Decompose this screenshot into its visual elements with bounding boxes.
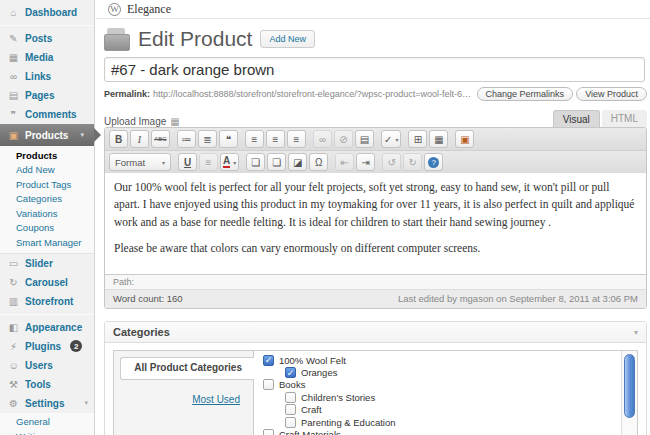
strikethrough-button[interactable]: ABC: [151, 130, 170, 148]
italic-button[interactable]: I: [130, 130, 149, 148]
format-select[interactable]: Format▾: [109, 153, 171, 171]
category-label: Parenting & Education: [301, 417, 396, 428]
sidebar-item-slider[interactable]: ▭ Slider: [0, 254, 94, 273]
sidebar-item-links[interactable]: ∞ Links: [0, 67, 94, 86]
category-checkbox[interactable]: [285, 417, 296, 428]
comment-icon: ❞: [7, 109, 20, 120]
content-editor: B I ABC ≔ ≣ ❝ ≡ ≡ ≡ ∞ ⊘ ▤ ✓▾ ⊞ ▦ ▣ Forma…: [104, 127, 647, 309]
add-new-button[interactable]: Add New: [260, 30, 315, 48]
sidebar-item-label: Plugins: [25, 341, 61, 352]
wordpress-logo-icon[interactable]: W: [108, 3, 121, 16]
remove-link-button[interactable]: ⊘: [334, 130, 353, 148]
blockquote-button[interactable]: ❝: [219, 130, 238, 148]
special-character-button[interactable]: Ω: [309, 153, 328, 171]
submenu-item-products[interactable]: Products: [0, 148, 94, 163]
editor-toolbar-row-1: B I ABC ≔ ≣ ❝ ≡ ≡ ≡ ∞ ⊘ ▤ ✓▾ ⊞ ▦ ▣: [105, 128, 646, 151]
media-buttons-row: Upload Image ▦ Visual HTML: [104, 110, 647, 127]
editor-path-bar: Path:: [105, 274, 646, 289]
category-panel: All Product Categories Most Used 100% Wo…: [113, 350, 638, 435]
sidebar-item-comments[interactable]: ❞ Comments: [0, 105, 94, 124]
sidebar-item-media[interactable]: ▦ Media: [0, 48, 94, 67]
sidebar-item-products[interactable]: ▣ Products: [0, 124, 94, 146]
ordered-list-button[interactable]: ≣: [198, 130, 217, 148]
category-checkbox[interactable]: [263, 429, 274, 435]
cart-icon: ▣: [7, 130, 20, 141]
chevron-down-icon: ▾: [395, 136, 398, 143]
bold-button[interactable]: B: [109, 130, 128, 148]
insert-link-button[interactable]: ∞: [313, 130, 332, 148]
change-permalinks-button[interactable]: Change Permalinks: [477, 87, 574, 101]
submenu-item-product-tags[interactable]: Product Tags: [0, 177, 94, 192]
sidebar-item-dashboard[interactable]: ⌂ Dashboard: [0, 3, 94, 22]
insert-more-tag-button[interactable]: ▤: [355, 130, 374, 148]
submenu-item-general[interactable]: General: [0, 415, 94, 430]
editor-content[interactable]: Our 100% wool felt is perfect for all yo…: [105, 173, 646, 274]
tab-visual[interactable]: Visual: [553, 110, 600, 127]
most-used-link[interactable]: Most Used: [114, 394, 240, 405]
unordered-list-button[interactable]: ≔: [177, 130, 196, 148]
category-item[interactable]: Books: [263, 379, 615, 391]
submenu-item-coupons[interactable]: Coupons: [0, 221, 94, 236]
category-checkbox[interactable]: [285, 404, 296, 415]
category-item[interactable]: Parenting & Education: [285, 416, 615, 428]
spellcheck-button[interactable]: ✓▾: [381, 130, 401, 148]
category-item[interactable]: Craft: [285, 404, 615, 416]
paste-from-word-button[interactable]: ❏: [267, 153, 286, 171]
submenu-label: Smart Manager: [16, 237, 81, 248]
align-right-button[interactable]: ≡: [287, 130, 306, 148]
media-button[interactable]: ▣: [455, 130, 474, 148]
categories-header[interactable]: Categories ▾: [105, 322, 646, 343]
outdent-button[interactable]: ⇤: [335, 153, 354, 171]
align-left-button[interactable]: ≡: [245, 130, 264, 148]
sidebar-item-appearance[interactable]: ◧ Appearance: [0, 318, 94, 337]
category-checkbox[interactable]: [285, 392, 296, 403]
permalink-url[interactable]: http://localhost:8888/storefront/storefr…: [153, 89, 474, 99]
fullscreen-button[interactable]: ⊞: [408, 130, 427, 148]
category-checkbox[interactable]: [263, 355, 274, 366]
submenu-item-writing[interactable]: Writing: [0, 429, 94, 435]
sidebar-item-label: Media: [25, 52, 53, 63]
scrollbar-thumb[interactable]: [624, 354, 635, 418]
sidebar-item-plugins[interactable]: ⚡ Plugins 2: [0, 337, 94, 356]
paste-as-text-button[interactable]: ❏: [246, 153, 265, 171]
sidebar-item-carousel[interactable]: ↻ Carousel: [0, 273, 94, 292]
scrollbar[interactable]: ▲ ▼: [621, 351, 637, 435]
sidebar-item-label: Appearance: [25, 322, 82, 333]
justify-button[interactable]: ≡: [199, 153, 218, 171]
submenu-label: General: [16, 416, 50, 427]
help-button[interactable]: ?: [424, 153, 443, 171]
category-item[interactable]: Oranges: [285, 366, 615, 378]
sidebar-item-settings[interactable]: ⚙ Settings: [0, 394, 94, 413]
site-name-link[interactable]: Elegance: [127, 2, 171, 17]
submenu-item-smart-manager[interactable]: Smart Manager: [0, 235, 94, 250]
category-item[interactable]: Children's Stories: [285, 391, 615, 403]
sidebar-item-tools[interactable]: ⚒ Tools: [0, 375, 94, 394]
category-checkbox[interactable]: [285, 367, 296, 378]
submenu-item-variations[interactable]: Variations: [0, 206, 94, 221]
redo-button[interactable]: ↻: [403, 153, 422, 171]
text-color-button[interactable]: A▾: [220, 153, 239, 171]
tab-html[interactable]: HTML: [602, 110, 647, 127]
product-title-input[interactable]: [104, 57, 645, 82]
category-item[interactable]: Craft Materials: [263, 428, 615, 435]
sidebar-item-posts[interactable]: ✎ Posts: [0, 29, 94, 48]
submenu-item-add-new[interactable]: Add New: [0, 163, 94, 178]
sidebar-item-pages[interactable]: ▤ Pages: [0, 86, 94, 105]
plugin-icon: ⚡: [7, 341, 20, 352]
view-product-button[interactable]: View Product: [576, 87, 647, 101]
tab-all-product-categories[interactable]: All Product Categories: [120, 357, 254, 380]
submenu-item-categories[interactable]: Categories: [0, 192, 94, 207]
undo-button[interactable]: ↺: [382, 153, 401, 171]
underline-button[interactable]: U: [178, 153, 197, 171]
kitchen-sink-button[interactable]: ▦: [429, 130, 448, 148]
toggle-arrow-icon[interactable]: ▾: [634, 328, 638, 337]
sidebar-item-storefront[interactable]: ▥ Storefront: [0, 292, 94, 311]
sidebar-item-users[interactable]: ☺ Users: [0, 356, 94, 375]
category-checkbox[interactable]: [263, 379, 274, 390]
categories-title: Categories: [113, 326, 170, 338]
upload-image-link[interactable]: Upload Image ▦: [104, 116, 180, 127]
indent-button[interactable]: ⇥: [356, 153, 375, 171]
category-item[interactable]: 100% Wool Felt: [263, 354, 615, 366]
remove-formatting-button[interactable]: ◪: [288, 153, 307, 171]
align-center-button[interactable]: ≡: [266, 130, 285, 148]
